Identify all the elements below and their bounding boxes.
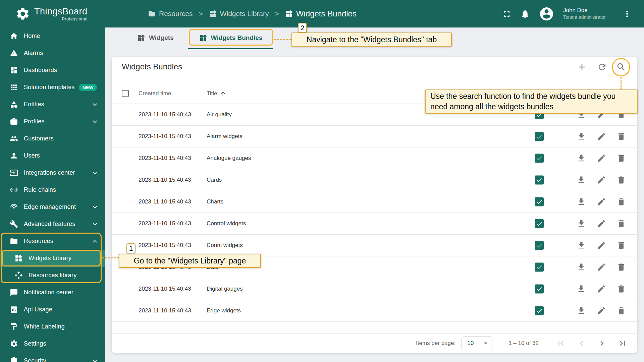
table-row[interactable]: 2023-11-10 15:40:43 Date: [112, 256, 637, 278]
row-checkbox-checked[interactable]: [535, 154, 544, 163]
sidebar-item-users[interactable]: Users: [0, 147, 105, 164]
sidebar-item-widgets-library[interactable]: Widgets Library: [0, 250, 105, 267]
download-icon[interactable]: [577, 175, 586, 185]
sidebar-item-security[interactable]: Security: [0, 352, 105, 362]
edit-icon[interactable]: [597, 132, 606, 141]
breadcrumb-item-widgets-library[interactable]: Widgets Library: [209, 10, 269, 18]
row-checkbox-checked[interactable]: [535, 197, 544, 206]
sidebar-item-solution-templates[interactable]: Solution templates NEW: [0, 79, 105, 96]
delete-icon[interactable]: [616, 110, 626, 119]
delete-icon[interactable]: [616, 241, 626, 250]
edit-icon[interactable]: [597, 284, 606, 294]
row-checkbox-checked[interactable]: [535, 285, 544, 294]
items-per-page-label: Items per page:: [416, 340, 455, 347]
sidebar-item-home[interactable]: Home: [0, 27, 105, 45]
build-icon: [9, 220, 18, 228]
select-all-checkbox[interactable]: [122, 90, 129, 97]
widgets-bundles-card: Widgets Bundles Created time Title 2023-…: [112, 57, 637, 353]
sidebar-item-resources-library[interactable]: Resources library: [0, 267, 105, 284]
download-icon[interactable]: [577, 219, 586, 228]
table-row[interactable]: 2023-11-10 15:40:43 Analogue gauges: [112, 147, 637, 169]
row-checkbox-checked[interactable]: [535, 241, 544, 250]
edit-icon[interactable]: [597, 110, 606, 119]
edit-icon[interactable]: [597, 306, 606, 315]
user-name: John Doe: [563, 7, 613, 14]
sidebar-item-api-usage[interactable]: Api Usage: [0, 301, 105, 318]
breadcrumb: Resources > Widgets Library > Widgets Bu…: [148, 9, 357, 18]
sidebar-item-label: Settings: [24, 340, 46, 347]
edit-icon[interactable]: [597, 241, 606, 250]
breadcrumb-item-resources[interactable]: Resources: [148, 10, 193, 18]
table-row[interactable]: 2023-11-10 15:40:43 Digital gauges: [112, 278, 637, 300]
delete-icon[interactable]: [616, 132, 626, 141]
download-icon[interactable]: [577, 262, 586, 272]
table-row[interactable]: 2023-11-10 15:40:43 Cards: [112, 169, 637, 191]
tab-widgets-bundles[interactable]: Widgets Bundles: [189, 29, 273, 47]
more-menu-icon[interactable]: [622, 9, 632, 19]
download-icon[interactable]: [577, 132, 586, 141]
sidebar-item-notification-center[interactable]: Notification center: [0, 284, 105, 301]
table-row[interactable]: 2023-11-10 15:40:43 Air quality: [112, 104, 637, 126]
sidebar-item-rule-chains[interactable]: Rule chains: [0, 181, 105, 198]
delete-icon[interactable]: [616, 262, 626, 272]
cell-title: Control widgets: [207, 220, 246, 227]
items-per-page-select[interactable]: 10: [462, 337, 492, 350]
download-icon[interactable]: [577, 197, 586, 206]
delete-icon[interactable]: [616, 154, 626, 163]
download-icon[interactable]: [577, 306, 586, 315]
first-page-icon[interactable]: [556, 339, 566, 348]
last-page-icon[interactable]: [618, 339, 627, 348]
download-icon[interactable]: [577, 110, 586, 119]
delete-icon[interactable]: [616, 306, 626, 315]
edit-icon[interactable]: [597, 219, 606, 228]
row-checkbox-checked[interactable]: [535, 306, 544, 315]
tab-widgets[interactable]: Widgets: [137, 29, 174, 47]
previous-page-icon[interactable]: [577, 339, 586, 348]
row-checkbox-checked[interactable]: [535, 176, 544, 185]
sidebar-item-resources[interactable]: Resources: [0, 233, 105, 250]
table-row[interactable]: 2023-11-10 15:40:43 Edge widgets: [112, 300, 637, 322]
sidebar-item-integrations-center[interactable]: Integrations center: [0, 164, 105, 181]
table-row[interactable]: 2023-11-10 15:40:43 Alarm widgets: [112, 126, 637, 147]
sidebar-item-customers[interactable]: Customers: [0, 130, 105, 147]
download-icon[interactable]: [577, 284, 586, 294]
add-button[interactable]: [577, 62, 587, 72]
logo[interactable]: ThingsBoard Professional: [0, 6, 105, 21]
table-row[interactable]: 2023-11-10 15:40:43 Control widgets: [112, 213, 637, 235]
row-checkbox-checked[interactable]: [535, 110, 544, 119]
edit-icon[interactable]: [597, 262, 606, 272]
edit-icon[interactable]: [597, 175, 606, 185]
table-row[interactable]: 2023-11-10 15:40:43 Charts: [112, 191, 637, 213]
edit-icon[interactable]: [597, 197, 606, 206]
fullscreen-icon[interactable]: [502, 9, 512, 19]
sidebar-item-advanced-features[interactable]: Advanced features: [0, 216, 105, 233]
sidebar-item-settings[interactable]: Settings: [0, 335, 105, 352]
apps-icon: [9, 83, 18, 92]
table-row[interactable]: 2023-11-10 15:40:43 Count widgets: [112, 235, 637, 256]
column-created-time[interactable]: Created time: [139, 90, 171, 97]
next-page-icon[interactable]: [597, 339, 607, 348]
avatar[interactable]: [539, 6, 554, 22]
row-checkbox-checked[interactable]: [535, 132, 544, 141]
delete-icon[interactable]: [616, 197, 626, 206]
edit-icon[interactable]: [597, 154, 606, 163]
notifications-bell-icon[interactable]: [520, 9, 530, 19]
download-icon[interactable]: [577, 241, 586, 250]
search-button[interactable]: [616, 62, 626, 72]
sidebar-item-dashboards[interactable]: Dashboards: [0, 62, 105, 79]
sidebar-item-white-labeling[interactable]: White Labeling: [0, 318, 105, 335]
row-checkbox-checked[interactable]: [535, 263, 544, 272]
breadcrumb-item-widgets-bundles[interactable]: Widgets Bundles: [285, 9, 357, 18]
sidebar-item-alarms[interactable]: Alarms: [0, 45, 105, 62]
sidebar-item-entities[interactable]: Entities: [0, 96, 105, 113]
delete-icon[interactable]: [616, 284, 626, 294]
refresh-button[interactable]: [597, 62, 607, 72]
sidebar-item-label: Profiles: [24, 118, 45, 125]
sidebar-item-profiles[interactable]: Profiles: [0, 113, 105, 130]
delete-icon[interactable]: [616, 175, 626, 185]
delete-icon[interactable]: [616, 219, 626, 228]
column-title[interactable]: Title: [207, 90, 226, 97]
sidebar-item-edge-management[interactable]: Edge management: [0, 198, 105, 216]
row-checkbox-checked[interactable]: [535, 219, 544, 228]
download-icon[interactable]: [577, 154, 586, 163]
